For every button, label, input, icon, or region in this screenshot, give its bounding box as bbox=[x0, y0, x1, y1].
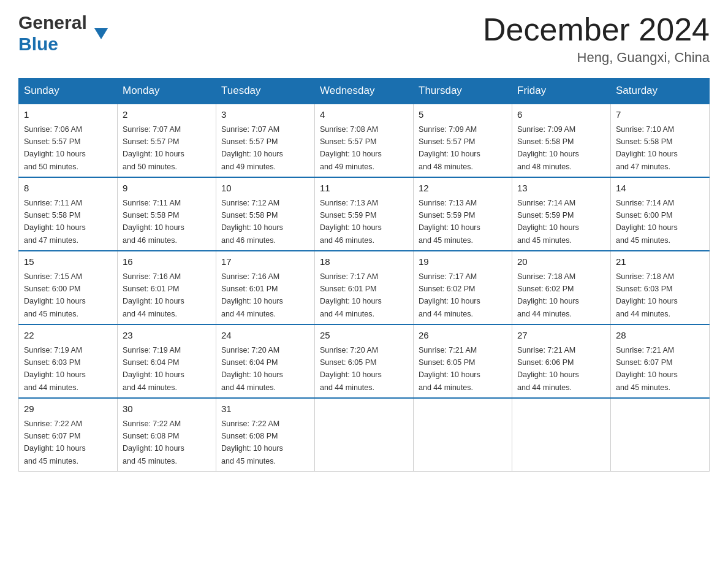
day-number: 11 bbox=[320, 182, 408, 196]
title-block: December 2024 Heng, Guangxi, China bbox=[483, 12, 710, 66]
table-row: 8 Sunrise: 7:11 AMSunset: 5:58 PMDayligh… bbox=[19, 177, 118, 251]
day-number: 21 bbox=[616, 255, 704, 269]
day-number: 1 bbox=[24, 108, 112, 122]
table-row bbox=[512, 398, 611, 472]
table-row: 22 Sunrise: 7:19 AMSunset: 6:03 PMDaylig… bbox=[19, 324, 118, 398]
day-info: Sunrise: 7:08 AMSunset: 5:57 PMDaylight:… bbox=[320, 125, 382, 171]
day-info: Sunrise: 7:22 AMSunset: 6:07 PMDaylight:… bbox=[24, 419, 86, 465]
day-info: Sunrise: 7:21 AMSunset: 6:07 PMDaylight:… bbox=[616, 346, 678, 392]
col-wednesday: Wednesday bbox=[315, 79, 414, 104]
day-number: 23 bbox=[123, 329, 211, 343]
table-row: 19 Sunrise: 7:17 AMSunset: 6:02 PMDaylig… bbox=[414, 251, 512, 324]
col-sunday: Sunday bbox=[19, 79, 118, 104]
day-info: Sunrise: 7:18 AMSunset: 6:03 PMDaylight:… bbox=[616, 272, 678, 318]
day-info: Sunrise: 7:17 AMSunset: 6:02 PMDaylight:… bbox=[419, 272, 480, 318]
calendar-week-row: 29 Sunrise: 7:22 AMSunset: 6:07 PMDaylig… bbox=[19, 398, 710, 472]
table-row: 20 Sunrise: 7:18 AMSunset: 6:02 PMDaylig… bbox=[512, 251, 611, 324]
table-row: 7 Sunrise: 7:10 AMSunset: 5:58 PMDayligh… bbox=[611, 104, 710, 177]
logo-triangle-icon bbox=[94, 28, 108, 42]
day-info: Sunrise: 7:20 AMSunset: 6:04 PMDaylight:… bbox=[221, 346, 283, 392]
logo-blue: Blue bbox=[18, 34, 93, 55]
calendar-week-row: 15 Sunrise: 7:15 AMSunset: 6:00 PMDaylig… bbox=[19, 251, 710, 324]
logo: General Blue bbox=[18, 12, 108, 55]
svg-marker-0 bbox=[94, 28, 108, 39]
day-info: Sunrise: 7:13 AMSunset: 5:59 PMDaylight:… bbox=[419, 199, 480, 245]
day-number: 4 bbox=[320, 108, 408, 122]
day-info: Sunrise: 7:07 AMSunset: 5:57 PMDaylight:… bbox=[123, 125, 184, 171]
table-row: 18 Sunrise: 7:17 AMSunset: 6:01 PMDaylig… bbox=[315, 251, 414, 324]
day-number: 10 bbox=[221, 182, 309, 196]
day-number: 26 bbox=[419, 329, 507, 343]
table-row: 31 Sunrise: 7:22 AMSunset: 6:08 PMDaylig… bbox=[216, 398, 315, 472]
day-info: Sunrise: 7:09 AMSunset: 5:58 PMDaylight:… bbox=[517, 125, 579, 171]
day-number: 17 bbox=[221, 255, 309, 269]
table-row: 21 Sunrise: 7:18 AMSunset: 6:03 PMDaylig… bbox=[611, 251, 710, 324]
day-number: 6 bbox=[517, 108, 605, 122]
day-info: Sunrise: 7:13 AMSunset: 5:59 PMDaylight:… bbox=[320, 199, 382, 245]
day-info: Sunrise: 7:20 AMSunset: 6:05 PMDaylight:… bbox=[320, 346, 382, 392]
table-row: 3 Sunrise: 7:07 AMSunset: 5:57 PMDayligh… bbox=[216, 104, 315, 177]
table-row: 9 Sunrise: 7:11 AMSunset: 5:58 PMDayligh… bbox=[118, 177, 216, 251]
col-tuesday: Tuesday bbox=[216, 79, 315, 104]
day-info: Sunrise: 7:21 AMSunset: 6:05 PMDaylight:… bbox=[419, 346, 480, 392]
table-row: 11 Sunrise: 7:13 AMSunset: 5:59 PMDaylig… bbox=[315, 177, 414, 251]
calendar-table: Sunday Monday Tuesday Wednesday Thursday… bbox=[18, 78, 710, 472]
day-info: Sunrise: 7:19 AMSunset: 6:04 PMDaylight:… bbox=[123, 346, 184, 392]
day-number: 14 bbox=[616, 182, 704, 196]
table-row: 10 Sunrise: 7:12 AMSunset: 5:58 PMDaylig… bbox=[216, 177, 315, 251]
table-row bbox=[315, 398, 414, 472]
table-row: 28 Sunrise: 7:21 AMSunset: 6:07 PMDaylig… bbox=[611, 324, 710, 398]
day-number: 2 bbox=[123, 108, 211, 122]
day-info: Sunrise: 7:19 AMSunset: 6:03 PMDaylight:… bbox=[24, 346, 86, 392]
day-info: Sunrise: 7:11 AMSunset: 5:58 PMDaylight:… bbox=[123, 199, 184, 245]
col-monday: Monday bbox=[118, 79, 216, 104]
day-number: 20 bbox=[517, 255, 605, 269]
table-row: 23 Sunrise: 7:19 AMSunset: 6:04 PMDaylig… bbox=[118, 324, 216, 398]
day-number: 12 bbox=[419, 182, 507, 196]
table-row: 2 Sunrise: 7:07 AMSunset: 5:57 PMDayligh… bbox=[118, 104, 216, 177]
col-saturday: Saturday bbox=[611, 79, 710, 104]
table-row: 5 Sunrise: 7:09 AMSunset: 5:57 PMDayligh… bbox=[414, 104, 512, 177]
day-info: Sunrise: 7:12 AMSunset: 5:58 PMDaylight:… bbox=[221, 199, 283, 245]
day-number: 5 bbox=[419, 108, 507, 122]
table-row: 17 Sunrise: 7:16 AMSunset: 6:01 PMDaylig… bbox=[216, 251, 315, 324]
table-row: 13 Sunrise: 7:14 AMSunset: 5:59 PMDaylig… bbox=[512, 177, 611, 251]
col-thursday: Thursday bbox=[414, 79, 512, 104]
day-info: Sunrise: 7:17 AMSunset: 6:01 PMDaylight:… bbox=[320, 272, 382, 318]
day-number: 8 bbox=[24, 182, 112, 196]
day-info: Sunrise: 7:10 AMSunset: 5:58 PMDaylight:… bbox=[616, 125, 678, 171]
day-info: Sunrise: 7:21 AMSunset: 6:06 PMDaylight:… bbox=[517, 346, 579, 392]
table-row bbox=[611, 398, 710, 472]
day-number: 7 bbox=[616, 108, 704, 122]
calendar-week-row: 1 Sunrise: 7:06 AMSunset: 5:57 PMDayligh… bbox=[19, 104, 710, 177]
day-number: 9 bbox=[123, 182, 211, 196]
location: Heng, Guangxi, China bbox=[483, 50, 710, 66]
day-number: 3 bbox=[221, 108, 309, 122]
day-info: Sunrise: 7:16 AMSunset: 6:01 PMDaylight:… bbox=[123, 272, 184, 318]
col-friday: Friday bbox=[512, 79, 611, 104]
day-info: Sunrise: 7:11 AMSunset: 5:58 PMDaylight:… bbox=[24, 199, 86, 245]
calendar-header-row: Sunday Monday Tuesday Wednesday Thursday… bbox=[19, 79, 710, 104]
day-number: 31 bbox=[221, 402, 309, 416]
day-info: Sunrise: 7:09 AMSunset: 5:57 PMDaylight:… bbox=[419, 125, 480, 171]
table-row: 16 Sunrise: 7:16 AMSunset: 6:01 PMDaylig… bbox=[118, 251, 216, 324]
table-row: 26 Sunrise: 7:21 AMSunset: 6:05 PMDaylig… bbox=[414, 324, 512, 398]
day-number: 27 bbox=[517, 329, 605, 343]
day-info: Sunrise: 7:14 AMSunset: 5:59 PMDaylight:… bbox=[517, 199, 579, 245]
day-number: 15 bbox=[24, 255, 112, 269]
day-number: 29 bbox=[24, 402, 112, 416]
calendar-week-row: 22 Sunrise: 7:19 AMSunset: 6:03 PMDaylig… bbox=[19, 324, 710, 398]
day-number: 22 bbox=[24, 329, 112, 343]
table-row: 30 Sunrise: 7:22 AMSunset: 6:08 PMDaylig… bbox=[118, 398, 216, 472]
day-number: 25 bbox=[320, 329, 408, 343]
day-info: Sunrise: 7:22 AMSunset: 6:08 PMDaylight:… bbox=[123, 419, 184, 465]
day-number: 13 bbox=[517, 182, 605, 196]
table-row: 25 Sunrise: 7:20 AMSunset: 6:05 PMDaylig… bbox=[315, 324, 414, 398]
day-number: 30 bbox=[123, 402, 211, 416]
day-number: 19 bbox=[419, 255, 507, 269]
table-row: 24 Sunrise: 7:20 AMSunset: 6:04 PMDaylig… bbox=[216, 324, 315, 398]
day-info: Sunrise: 7:07 AMSunset: 5:57 PMDaylight:… bbox=[221, 125, 283, 171]
day-info: Sunrise: 7:14 AMSunset: 6:00 PMDaylight:… bbox=[616, 199, 678, 245]
table-row: 15 Sunrise: 7:15 AMSunset: 6:00 PMDaylig… bbox=[19, 251, 118, 324]
table-row: 6 Sunrise: 7:09 AMSunset: 5:58 PMDayligh… bbox=[512, 104, 611, 177]
